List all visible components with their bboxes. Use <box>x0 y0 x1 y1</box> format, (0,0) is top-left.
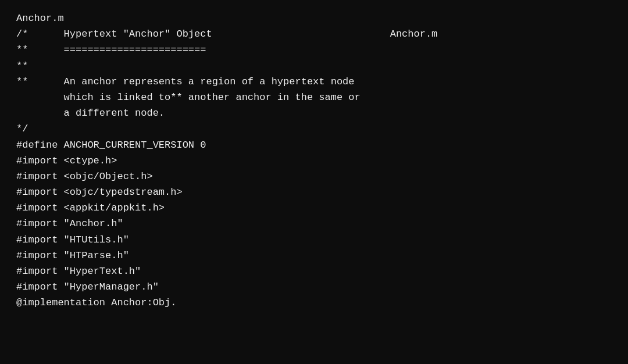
line-import-hypermanager: #import "HyperManager.h" <box>16 279 612 295</box>
line-import-anchor: #import "Anchor.h" <box>16 216 612 231</box>
line-stars-2: ** <box>16 58 612 74</box>
line-import-ctype: #import <ctype.h> <box>16 153 612 169</box>
line-stars-1: ** ======================== <box>16 42 612 58</box>
line-comment-desc1: ** An anchor represents a region of a hy… <box>16 74 612 90</box>
line-filename: Anchor.m <box>16 10 612 26</box>
line-import-object: #import <objc/Object.h> <box>16 169 612 184</box>
line-implementation: @implementation Anchor:Obj. <box>16 295 612 311</box>
line-comment-open: /* Hypertext "Anchor" Object Anchor.m <box>16 26 612 42</box>
line-comment-desc3: a different node. <box>16 105 612 121</box>
line-import-htparse: #import "HTParse.h" <box>16 248 612 263</box>
line-import-appkit: #import <appkit/appkit.h> <box>16 200 612 216</box>
line-comment-close: */ <box>16 121 612 137</box>
code-container: Anchor.m/* Hypertext "Anchor" Object Anc… <box>0 0 628 364</box>
line-import-typedstream: #import <objc/typedstream.h> <box>16 184 612 200</box>
code-block: Anchor.m/* Hypertext "Anchor" Object Anc… <box>16 10 612 311</box>
line-import-htutils: #import "HTUtils.h" <box>16 232 612 248</box>
line-comment-desc2: which is linked to** another anchor in t… <box>16 90 612 105</box>
line-define: #define ANCHOR_CURRENT_VERSION 0 <box>16 137 612 153</box>
line-import-hypertext: #import "HyperText.h" <box>16 263 612 279</box>
